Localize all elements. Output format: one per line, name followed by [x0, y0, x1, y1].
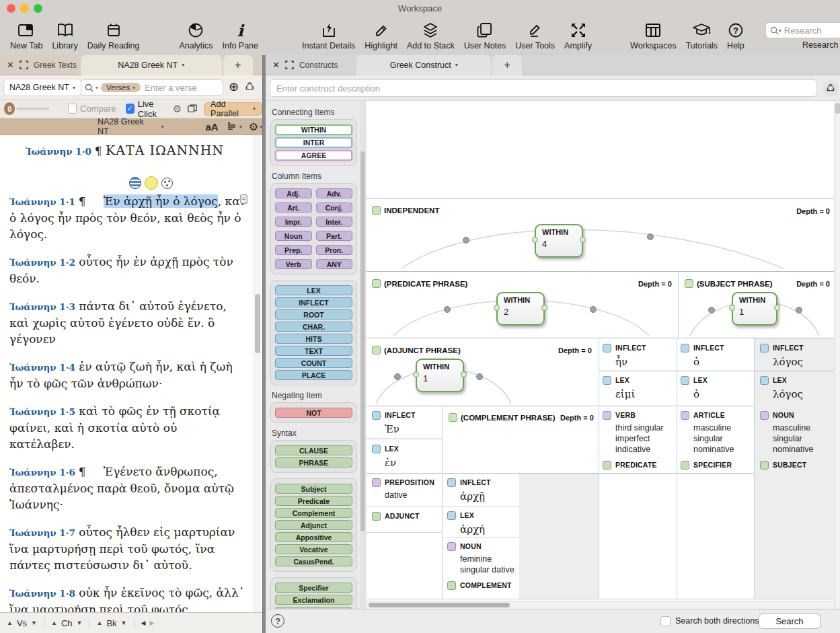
role-item-icon[interactable] [681, 461, 689, 470]
pos-details[interactable]: feminine singular dative [460, 554, 517, 575]
inflect-item-icon[interactable] [447, 478, 456, 487]
verse-reference[interactable]: Ἰωάννην 1·5 [9, 406, 75, 417]
toolbar-item-library[interactable]: Library [52, 20, 77, 50]
toolbar-item-new-tab[interactable]: New Tab [10, 20, 42, 50]
panel-icon[interactable] [372, 346, 381, 355]
verse-nav-group[interactable]: ▲ Vs ▼ [0, 618, 44, 628]
book-up-icon[interactable]: ▲ [96, 620, 102, 626]
pos-details[interactable]: third singular imperfect indicative [615, 422, 680, 455]
palette-scrollbar-thumb[interactable] [360, 151, 365, 531]
inflect-item-icon[interactable] [681, 344, 689, 352]
text-gear-icon[interactable]: ⚙ [249, 120, 258, 133]
inflect-value[interactable]: ἀρχῇ [460, 490, 485, 502]
verse-paragraph[interactable]: Ἰωάννην 1·7 οὗτος ἦλθεν εἰς μαρτυρίαν ἵν… [9, 524, 245, 573]
verse-up-icon[interactable]: ▲ [7, 620, 13, 626]
greek-text-area[interactable]: Ἰωάννην 1·0¶ ΚΑΤΑ ΙΩΑΝΝΗΝἸωάννην 1·1¶Ἐν … [0, 135, 253, 612]
lex-item-icon[interactable] [603, 376, 611, 385]
within-connector[interactable]: WITHIN 1 [416, 359, 464, 392]
palette-item-verb[interactable]: Verb [275, 259, 312, 269]
lex-item-icon[interactable] [760, 376, 769, 385]
connector-port[interactable] [532, 237, 538, 243]
palette-item-conj[interactable]: Conj. [316, 202, 353, 213]
palette-item-root[interactable]: ROOT [275, 309, 352, 320]
palette-item-noun[interactable]: Noun [275, 231, 312, 241]
add-tab-button[interactable]: + [223, 55, 253, 75]
book-nav-group[interactable]: ▲ Bk ▼ [89, 618, 133, 628]
book-down-icon[interactable]: ▼ [121, 620, 127, 626]
close-zone-icon[interactable]: ✕ [272, 60, 280, 70]
palette-item-clause[interactable]: CLAUSE [275, 445, 352, 455]
verse-paragraph[interactable]: Ἰωάννην 1·6¶Ἐγένετο ἄνθρωπος, ἀπεσταλμέν… [9, 463, 245, 513]
compare-checkbox[interactable] [68, 104, 77, 114]
palette-item-any[interactable]: ANY [316, 259, 353, 269]
verse-reference[interactable]: Ἰωάννην 1·7 [9, 527, 75, 538]
lex-item-icon[interactable] [681, 376, 689, 385]
detach-zone-icon[interactable] [285, 61, 294, 69]
inflect-value[interactable]: ὁ [693, 356, 699, 368]
toolbar-item-highlight[interactable]: Highlight [365, 20, 397, 50]
search-button[interactable]: Search [759, 613, 820, 629]
palette-item-prep[interactable]: Prep. [275, 245, 312, 255]
search-history-icon[interactable]: ♺ [245, 80, 254, 93]
palette-item-adj[interactable]: Adj. [275, 188, 312, 198]
add-tab-button[interactable]: + [492, 55, 522, 75]
text-module-dropdown[interactable]: NA28 Greek NT ▾ [4, 79, 81, 96]
palette-item-adjunct[interactable]: Adjunct [275, 520, 352, 530]
close-zone-icon[interactable]: ✕ [7, 60, 14, 70]
inflect-value[interactable]: Ἐν [385, 423, 399, 435]
within-connector[interactable]: WITHIN 2 [496, 292, 545, 326]
palette-item-count[interactable]: COUNT [275, 358, 352, 368]
verse-reference[interactable]: Ἰωάννην 1·4 [9, 362, 75, 373]
verse-reference[interactable]: Ἰωάννην 1·8 [9, 588, 75, 599]
toolbar-item-analytics[interactable]: Analytics [179, 20, 213, 50]
panel-icon[interactable] [449, 413, 457, 422]
verse-reference[interactable]: Ἰωάννην 1·3 [9, 301, 75, 312]
lex-value[interactable]: εἰμί [615, 388, 635, 400]
lex-value[interactable]: λόγος [773, 388, 803, 400]
user-note-icon[interactable] [240, 194, 247, 204]
verse-reference[interactable]: Ἰωάννην 1·2 [9, 257, 75, 268]
canvas-vscrollbar[interactable] [834, 101, 840, 609]
history-back-icon[interactable]: ◀ [141, 620, 146, 626]
verse-paragraph[interactable]: Ἰωάννην 1·2 οὗτος ἦν ἐν ἀρχῇ πρὸς τὸν θε… [9, 254, 245, 287]
lex-item-icon[interactable] [447, 511, 456, 520]
palette-item-predicate[interactable]: Predicate [275, 496, 352, 506]
detach-zone-icon[interactable] [20, 61, 28, 69]
role-item-icon[interactable] [603, 461, 611, 470]
palette-item-specifier[interactable]: Specifier [275, 583, 352, 593]
lex-value[interactable]: ἀρχή [460, 523, 485, 535]
palette-item-appositive[interactable]: Appositive [275, 532, 352, 542]
text-scrollbar-thumb[interactable] [255, 294, 260, 353]
role-item-icon[interactable] [372, 512, 381, 521]
role-item-icon[interactable] [447, 581, 456, 590]
connector-port[interactable] [729, 305, 735, 311]
panes-icon[interactable] [188, 104, 197, 114]
palette-item-text[interactable]: TEXT [275, 346, 352, 356]
palette-item-lex[interactable]: LEX [275, 285, 352, 295]
lex-value[interactable]: ὁ [693, 388, 699, 400]
inflect-value[interactable]: ἦν [615, 356, 627, 368]
hits-slider-track[interactable] [16, 108, 48, 110]
palette-item-inflect[interactable]: INFLECT [275, 297, 352, 307]
palette-item-char[interactable]: CHAR. [275, 322, 352, 332]
verse-reference[interactable]: Ἰωάννην 1·6 [9, 467, 75, 478]
canvas-hscrollbar[interactable] [367, 601, 834, 609]
inflect-item-icon[interactable] [760, 344, 769, 352]
toolbar-item-user-tools[interactable]: User Tools [515, 20, 555, 50]
palette-item-art[interactable]: Art. [275, 202, 312, 213]
toolbar-item-instant-details[interactable]: Instant Details [302, 20, 355, 50]
connector-port[interactable] [494, 305, 500, 311]
toolbar-item-amplify[interactable]: Amplify [564, 20, 592, 50]
palette-item-vocative[interactable]: Vocative [275, 544, 352, 554]
history-forward-icon[interactable]: ▶ [149, 620, 154, 626]
scope-pill[interactable]: Verses▾ [101, 83, 141, 92]
add-search-entry-icon[interactable]: ⊕ [229, 79, 239, 94]
inflect-item-icon[interactable] [603, 344, 611, 352]
palette-item-exclamation[interactable]: Exclamation [275, 595, 352, 605]
palette-item-adv[interactable]: Adv. [316, 188, 353, 198]
inflect-value[interactable]: λόγος [773, 356, 803, 368]
toolbar-item-workspaces[interactable]: Workspaces [630, 20, 677, 50]
construct-history-icon[interactable]: ♺ [823, 80, 839, 96]
connector-port[interactable] [580, 237, 586, 243]
connector-port[interactable] [541, 305, 547, 311]
